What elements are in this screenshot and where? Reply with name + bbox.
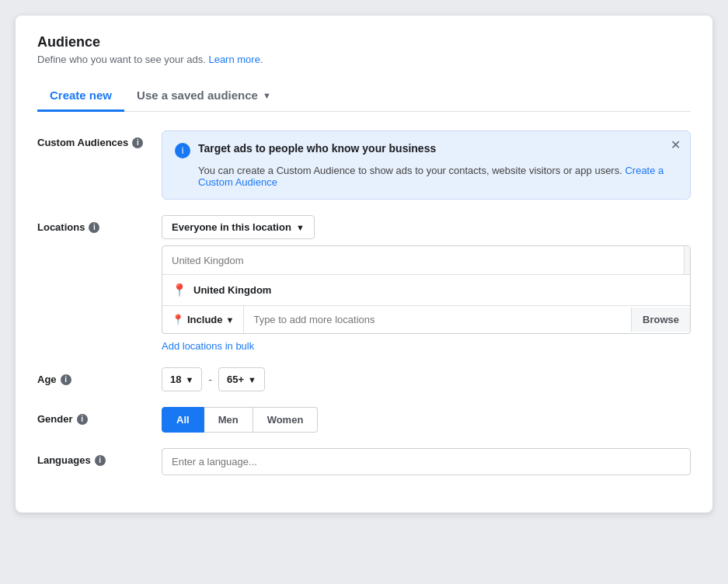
include-dropdown[interactable]: 📍 Include ▼ — [162, 306, 244, 333]
tooltip-close-button[interactable]: ✕ — [671, 139, 681, 151]
gender-men-button[interactable]: Men — [204, 407, 253, 433]
tab-create-new[interactable]: Create new — [37, 81, 124, 112]
add-locations-bulk-link[interactable]: Add locations in bulk — [162, 340, 691, 352]
chevron-down-icon: ▼ — [263, 91, 271, 100]
tooltip-body: You can create a Custom Audience to show… — [175, 165, 677, 188]
age-max-dropdown[interactable]: 65+ ▼ — [218, 367, 265, 391]
gender-all-button[interactable]: All — [162, 407, 204, 433]
tooltip-header: i Target ads to people who know your bus… — [175, 142, 677, 158]
gender-women-button[interactable]: Women — [253, 407, 319, 433]
age-separator: - — [208, 374, 212, 386]
include-dropdown-arrow-icon: ▼ — [226, 315, 235, 325]
gender-info-icon[interactable]: i — [77, 414, 88, 425]
location-type-dropdown[interactable]: Everyone in this location ▼ — [162, 215, 315, 239]
languages-input[interactable] — [162, 448, 691, 475]
card-header: Audience Define who you want to see your… — [37, 34, 691, 65]
locations-label: Locations i — [37, 215, 162, 233]
location-box: 📍 United Kingdom 📍 Include ▼ Browse — [162, 245, 691, 334]
tabs-container: Create new Use a saved audience ▼ — [37, 81, 691, 112]
custom-audiences-row: Custom Audiences i i Target ads to peopl… — [37, 130, 691, 200]
custom-audiences-tooltip: i Target ads to people who know your bus… — [162, 130, 691, 200]
location-search-input[interactable] — [172, 255, 681, 266]
languages-info-icon[interactable]: i — [95, 455, 106, 466]
age-min-dropdown[interactable]: 18 ▼ — [162, 367, 202, 391]
locations-content: Everyone in this location ▼ 📍 United Kin… — [162, 215, 691, 352]
location-type-input[interactable] — [244, 306, 631, 333]
location-scrollbar[interactable] — [684, 246, 690, 274]
include-pin-icon: 📍 — [172, 314, 184, 325]
tooltip-info-icon: i — [175, 143, 190, 158]
languages-label: Languages i — [37, 448, 162, 466]
location-pin-icon: 📍 — [172, 283, 187, 297]
gender-label: Gender i — [37, 407, 162, 425]
age-max-arrow-icon: ▼ — [248, 375, 256, 384]
learn-more-link[interactable]: Learn more. — [208, 54, 263, 65]
browse-button[interactable]: Browse — [631, 308, 690, 332]
tooltip-title: Target ads to people who know your busin… — [198, 142, 436, 155]
location-dropdown-arrow-icon: ▼ — [296, 223, 305, 232]
location-search-area — [162, 246, 690, 275]
gender-row: Gender i All Men Women — [37, 407, 691, 433]
location-controls: 📍 Include ▼ Browse — [162, 305, 690, 333]
gender-controls: All Men Women — [162, 407, 691, 433]
languages-row: Languages i — [37, 448, 691, 475]
card-title: Audience — [37, 34, 691, 50]
custom-audiences-info-icon[interactable]: i — [132, 137, 143, 148]
custom-audiences-content: i Target ads to people who know your bus… — [162, 130, 691, 200]
custom-audiences-label: Custom Audiences i — [37, 130, 162, 148]
location-name: United Kingdom — [193, 284, 271, 296]
tab-saved-audience[interactable]: Use a saved audience ▼ — [124, 81, 284, 112]
locations-info-icon[interactable]: i — [89, 222, 99, 233]
age-info-icon[interactable]: i — [61, 374, 71, 385]
gender-content: All Men Women — [162, 407, 691, 433]
locations-row: Locations i Everyone in this location ▼ … — [37, 215, 691, 352]
age-min-arrow-icon: ▼ — [185, 375, 193, 384]
age-row: Age i 18 ▼ - 65+ ▼ — [37, 367, 691, 391]
age-controls: 18 ▼ - 65+ ▼ — [162, 367, 691, 391]
audience-card: Audience Define who you want to see your… — [16, 16, 712, 513]
age-content: 18 ▼ - 65+ ▼ — [162, 367, 691, 391]
languages-content — [162, 448, 691, 475]
age-label: Age i — [37, 367, 162, 385]
location-result-item: 📍 United Kingdom — [162, 275, 690, 305]
card-subtitle: Define who you want to see your ads. Lea… — [37, 54, 691, 65]
